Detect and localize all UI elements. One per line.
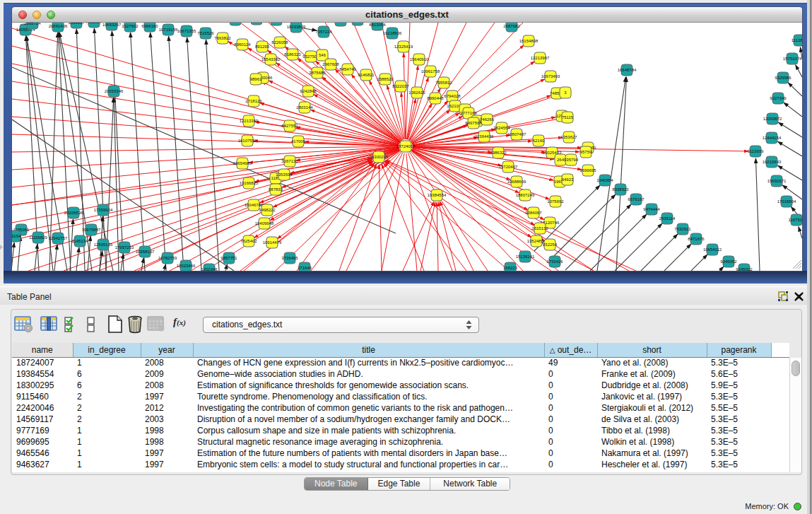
svg-text:7625402: 7625402 <box>240 239 257 243</box>
svg-text:98961: 98961 <box>250 77 262 81</box>
svg-text:19218506: 19218506 <box>383 31 402 35</box>
svg-text:18724007: 18724007 <box>396 144 416 148</box>
svg-text:19654983: 19654983 <box>233 161 252 165</box>
svg-text:8454749: 8454749 <box>339 67 356 71</box>
svg-text:6497568: 6497568 <box>465 121 482 125</box>
svg-text:19166825: 19166825 <box>240 181 259 185</box>
svg-text:2803144: 2803144 <box>296 105 313 110</box>
svg-text:10914479: 10914479 <box>263 240 282 245</box>
svg-text:8813054: 8813054 <box>369 23 386 27</box>
svg-text:1064337: 1064337 <box>68 23 85 25</box>
svg-text:25300295: 25300295 <box>370 155 389 159</box>
svg-text:1527602: 1527602 <box>122 24 139 28</box>
svg-text:9777169: 9777169 <box>460 111 477 115</box>
svg-text:75115: 75115 <box>562 115 574 119</box>
svg-text:3624554: 3624554 <box>493 126 510 130</box>
svg-text:10654112: 10654112 <box>703 247 722 252</box>
svg-text:64923: 64923 <box>562 177 574 182</box>
svg-text:1362615: 1362615 <box>408 90 425 95</box>
svg-text:17957253: 17957253 <box>115 245 134 250</box>
svg-text:20206536: 20206536 <box>64 211 83 215</box>
svg-text:8322037: 8322037 <box>392 84 409 88</box>
svg-text:252254: 252254 <box>543 243 558 247</box>
svg-text:2687682: 2687682 <box>503 24 520 28</box>
svg-text:1640954: 1640954 <box>596 178 613 182</box>
svg-text:15692971: 15692971 <box>767 179 787 183</box>
svg-text:2055724: 2055724 <box>24 23 41 25</box>
svg-text:10653267: 10653267 <box>102 23 122 27</box>
svg-text:12444154: 12444154 <box>763 136 782 140</box>
svg-text:21364436: 21364436 <box>475 134 494 139</box>
svg-text:12942757: 12942757 <box>49 236 68 240</box>
svg-text:2935114: 2935114 <box>659 216 676 221</box>
svg-text:371646: 371646 <box>298 266 312 270</box>
svg-text:10961758: 10961758 <box>421 69 440 74</box>
svg-text:891295: 891295 <box>255 45 270 49</box>
svg-text:8226058: 8226058 <box>271 40 288 45</box>
svg-text:7955812: 7955812 <box>435 81 452 85</box>
svg-text:10719155: 10719155 <box>159 28 178 32</box>
svg-text:8427552: 8427552 <box>281 124 298 128</box>
svg-text:6679197: 6679197 <box>628 197 645 201</box>
svg-text:9329966: 9329966 <box>775 76 792 80</box>
svg-text:9084067: 9084067 <box>525 211 542 215</box>
svg-text:746266: 746266 <box>480 117 495 122</box>
svg-text:10688609: 10688609 <box>507 180 526 184</box>
svg-text:9146821: 9146821 <box>358 73 375 77</box>
svg-text:12093872: 12093872 <box>763 117 782 121</box>
svg-text:12325419: 12325419 <box>394 45 413 49</box>
svg-text:16210643: 16210643 <box>763 160 782 164</box>
svg-text:7986322: 7986322 <box>490 151 507 155</box>
svg-text:1615132: 1615132 <box>531 226 548 230</box>
svg-text:39154: 39154 <box>12 234 21 238</box>
svg-text:20691406: 20691406 <box>49 24 68 28</box>
svg-text:9245012: 9245012 <box>736 267 753 271</box>
svg-text:15720407: 15720407 <box>499 165 518 169</box>
svg-text:2967608: 2967608 <box>322 62 339 66</box>
svg-text:2718126: 2718126 <box>245 99 262 103</box>
svg-text:10973493: 10973493 <box>541 74 560 78</box>
svg-text:12023466: 12023466 <box>177 264 196 268</box>
svg-text:1353594: 1353594 <box>276 173 293 177</box>
svg-text:3267130: 3267130 <box>281 159 298 163</box>
svg-text:17016504: 17016504 <box>777 199 796 204</box>
svg-text:8471676: 8471676 <box>688 237 705 241</box>
svg-text:1112857: 1112857 <box>792 38 802 42</box>
svg-text:9242848: 9242848 <box>300 89 317 93</box>
svg-text:12505135: 12505135 <box>94 243 113 247</box>
svg-text:15640910: 15640910 <box>410 57 429 62</box>
svg-text:16409948: 16409948 <box>255 221 274 226</box>
svg-text:16782759: 16782759 <box>158 256 177 260</box>
svg-text:10958107: 10958107 <box>136 250 155 254</box>
svg-text:10671355: 10671355 <box>177 29 196 33</box>
svg-text:887833: 887833 <box>269 187 283 192</box>
svg-text:16543382: 16543382 <box>261 57 281 62</box>
svg-text:11156829: 11156829 <box>29 235 47 240</box>
svg-text:9699695: 9699695 <box>579 168 596 173</box>
svg-text:10807487: 10807487 <box>507 132 526 136</box>
svg-text:7357224: 7357224 <box>315 30 332 34</box>
svg-text:8938923: 8938923 <box>612 187 629 192</box>
svg-text:6966160: 6966160 <box>141 24 158 28</box>
svg-text:1145134: 1145134 <box>72 239 89 243</box>
svg-text:6794028: 6794028 <box>444 94 461 98</box>
svg-text:9857751: 9857751 <box>220 256 237 260</box>
svg-text:7632621: 7632621 <box>674 227 691 231</box>
svg-text:3498222: 3498222 <box>259 208 276 212</box>
svg-text:16154808: 16154808 <box>519 39 539 43</box>
svg-text:12213369: 12213369 <box>240 119 259 123</box>
svg-text:935794: 935794 <box>564 158 579 162</box>
svg-text:19384554: 19384554 <box>428 193 447 197</box>
svg-text:1353627: 1353627 <box>560 135 577 139</box>
svg-text:1202346: 1202346 <box>201 267 218 271</box>
svg-text:546: 546 <box>319 53 326 57</box>
svg-text:16648784: 16648784 <box>618 68 637 72</box>
svg-text:1588520: 1588520 <box>377 77 394 81</box>
svg-text:8990448: 8990448 <box>427 96 444 100</box>
svg-text:417006: 417006 <box>291 139 306 144</box>
svg-text:9474444: 9474444 <box>643 207 660 211</box>
svg-text:158223: 158223 <box>503 266 518 270</box>
svg-text:15751074: 15751074 <box>783 57 802 61</box>
svg-text:7663822: 7663822 <box>214 36 231 40</box>
svg-text:15136141: 15136141 <box>516 255 535 259</box>
